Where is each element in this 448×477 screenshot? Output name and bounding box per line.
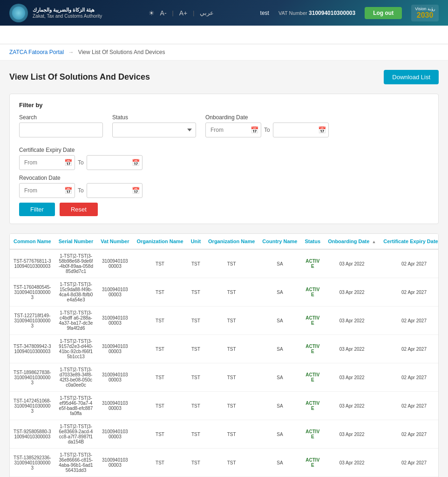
cell-vat: 310094010300003 [97, 307, 133, 335]
cell-common-name: TST-577676811-310094010300003 [10, 249, 55, 278]
download-list-button[interactable]: Download List [384, 70, 439, 84]
cell-org-name2: TST [204, 392, 258, 420]
cell-cert-expiry: 02 Apr 2027 [380, 363, 439, 392]
cell-cert-expiry: 02 Apr 2027 [380, 449, 439, 477]
cell-country: SA [258, 249, 301, 278]
cell-org-name: TST [133, 420, 187, 449]
lang-switch[interactable]: عربي [200, 9, 214, 16]
filter-section: Filter by Search Status ACTIVE INACTIVE … [9, 94, 439, 224]
vat-info: VAT Number 310094010300003 [278, 10, 355, 16]
header-left: هيئة الزكاة والضريبة والجمارك Zakat, Tax… [9, 4, 102, 22]
cell-unit: TST [187, 392, 204, 420]
cell-status: ACTIVE [301, 420, 325, 449]
filter-button[interactable]: Filter [19, 203, 55, 216]
cell-org-name2: TST [204, 363, 258, 392]
cell-vat: 310094010300003 [97, 420, 133, 449]
cell-status: ACTIVE [301, 249, 325, 278]
table-row: TST-1385292336-310094010300003 1-TST|2-T… [10, 449, 439, 477]
font-decrease-btn[interactable]: A- [160, 9, 167, 17]
table-row: TST-577676811-310094010300003 1-TST|2-TS… [10, 249, 439, 278]
cert-expiry-group: Certificate Expiry Date 📅 To 📅 [19, 147, 143, 170]
col-common-name: Common Name [10, 234, 55, 249]
revocation-from-calendar-icon[interactable]: 📅 [64, 187, 72, 194]
font-increase-btn[interactable]: A+ [179, 9, 188, 17]
col-serial-number: Serial Number [55, 234, 97, 249]
cell-country: SA [258, 335, 301, 363]
cell-onboarding: 03 Apr 2022 [324, 335, 380, 363]
col-country: Country Name [258, 234, 301, 249]
table-row: TST-347809942-310094010300003 1-TST|2-TS… [10, 335, 439, 363]
filter-actions: Filter Reset [19, 203, 429, 216]
cell-common-name: TST-1385292336-310094010300003 [10, 449, 55, 477]
cell-onboarding: 03 Apr 2022 [324, 449, 380, 477]
cell-status: ACTIVE [301, 363, 325, 392]
reset-button[interactable]: Reset [60, 203, 98, 216]
cell-unit: TST [187, 307, 204, 335]
org-info: هيئة الزكاة والضريبة والجمارك Zakat, Tax… [33, 7, 102, 19]
breadcrumb-home[interactable]: ZATCA Fatoora Portal [9, 49, 64, 55]
cell-serial: 1-TST|2-TST|3-36e86666-c815-4aba-96b1-6a… [55, 449, 97, 477]
cell-vat: 310094010300003 [97, 335, 133, 363]
vat-number: 310094010300003 [309, 10, 355, 16]
onboarding-date-group: Onboarding Date 📅 To 📅 [205, 114, 329, 137]
cell-status: ACTIVE [301, 278, 325, 307]
cell-cert-expiry: 02 Apr 2027 [380, 392, 439, 420]
org-name-en: Zakat, Tax and Customs Authority [33, 13, 102, 19]
onboarding-to-calendar-icon[interactable]: 📅 [318, 126, 326, 134]
col-unit: Unit [187, 234, 204, 249]
header: هيئة الزكاة والضريبة والجمارك Zakat, Tax… [0, 0, 448, 26]
revocation-to-calendar-icon[interactable]: 📅 [132, 187, 140, 194]
page-header: View List Of Solutions And Devices Downl… [9, 70, 439, 84]
status-label: Status [112, 114, 196, 121]
onboarding-from-calendar-icon[interactable]: 📅 [251, 126, 258, 134]
col-org-name2: Organization Name [204, 234, 258, 249]
org-name-ar: هيئة الزكاة والضريبة والجمارك [33, 7, 102, 13]
cell-unit: TST [187, 335, 204, 363]
cell-country: SA [258, 420, 301, 449]
status-group: Status ACTIVE INACTIVE [112, 114, 196, 137]
revocation-label: Revocation Date [19, 175, 143, 181]
cell-status: ACTIVE [301, 307, 325, 335]
search-label: Search [19, 114, 103, 121]
cert-from-calendar-icon[interactable]: 📅 [64, 159, 72, 166]
cell-country: SA [258, 449, 301, 477]
onboarding-date-sep: To [264, 127, 270, 133]
col-onboarding[interactable]: Onboarding Date ▲ [324, 234, 380, 249]
logout-button[interactable]: Log out [365, 7, 402, 19]
cell-org-name2: TST [204, 335, 258, 363]
onboarding-label: Onboarding Date [205, 114, 329, 121]
filter-row-2: Revocation Date 📅 To 📅 [19, 175, 429, 198]
cell-country: SA [258, 363, 301, 392]
cell-serial: 1-TST|2-TST|3-c4bdff a6-288a-4a37-ba17-d… [55, 307, 97, 335]
col-org-name: Organization Name [133, 234, 187, 249]
revocation-group: Revocation Date 📅 To 📅 [19, 175, 143, 198]
cell-onboarding: 03 Apr 2022 [324, 249, 380, 278]
cell-onboarding: 03 Apr 2022 [324, 307, 380, 335]
breadcrumb-current: View List Of Solutions And Devices [78, 49, 165, 55]
col-vat-number: Vat Number [97, 234, 133, 249]
header-center: ☀ A- | A+ | عربي [149, 9, 214, 17]
cell-vat: 310094010300003 [97, 449, 133, 477]
cell-serial: 1-TST|2-TST|3-9157d2e3-d440-41bc-92cb-f6… [55, 335, 97, 363]
header-right: test VAT Number 310094010300003 Log out … [260, 5, 439, 21]
cert-expiry-label: Certificate Expiry Date [19, 147, 143, 153]
cell-org-name: TST [133, 392, 187, 420]
vision-label: Vision رؤية [415, 7, 435, 11]
cell-status: ACTIVE [301, 392, 325, 420]
cert-to-calendar-icon[interactable]: 📅 [132, 159, 140, 166]
table-row: TST-1472451068-310094010300003 1-TST|2-T… [10, 392, 439, 420]
cell-org-name: TST [133, 335, 187, 363]
cell-country: SA [258, 392, 301, 420]
brightness-icon[interactable]: ☀ [149, 9, 155, 17]
cell-common-name: TST-1760480545-310094010300003 [10, 278, 55, 307]
col-cert-expiry[interactable]: Certificate Expiry Date ▲ [380, 234, 439, 249]
cell-serial: 1-TST|2-TST|3-6e83669-2acd-4cc8-a7f7-898… [55, 420, 97, 449]
onboarding-sort-icon: ▲ [372, 239, 376, 244]
cell-org-name2: TST [204, 420, 258, 449]
cell-org-name2: TST [204, 449, 258, 477]
cell-org-name: TST [133, 307, 187, 335]
search-input[interactable] [19, 123, 103, 137]
status-select[interactable]: ACTIVE INACTIVE [112, 123, 196, 137]
table-row: TST-1898627838-310094010300003 1-TST|2-T… [10, 363, 439, 392]
cell-unit: TST [187, 278, 204, 307]
